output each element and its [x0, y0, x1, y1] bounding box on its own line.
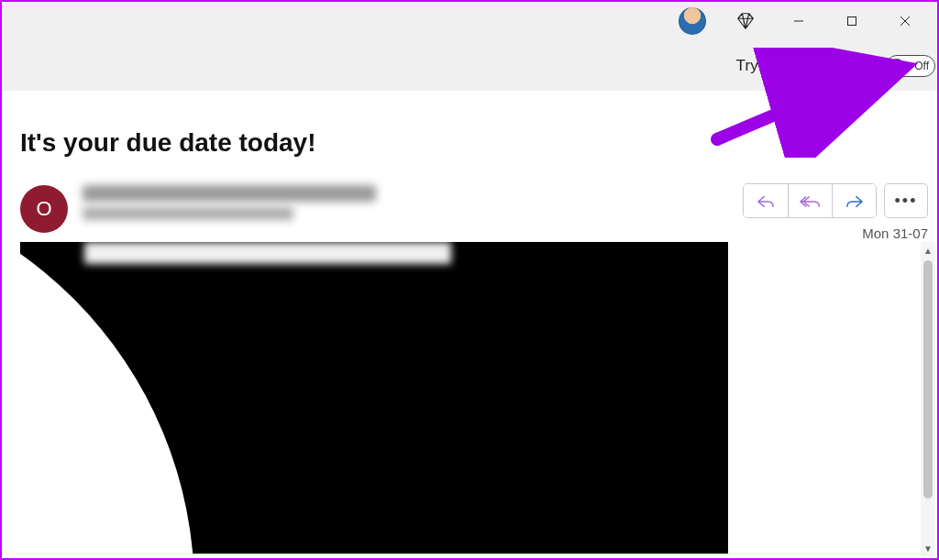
email-timestamp: Mon 31-07	[862, 225, 928, 241]
ellipsis-icon: •••	[895, 192, 918, 211]
reply-all-icon	[800, 193, 822, 210]
sender-name-redacted	[83, 185, 376, 202]
toggle-knob	[889, 59, 904, 73]
scroll-down-button[interactable]: ▼	[921, 540, 935, 556]
avatar-image	[679, 7, 706, 35]
try-new-outlook-bar: Try the new Outlook Off	[2, 40, 937, 92]
forward-button[interactable]	[832, 184, 876, 218]
scroll-up-button[interactable]: ▲	[921, 242, 935, 258]
email-body	[20, 242, 728, 554]
close-button[interactable]	[878, 3, 932, 39]
reply-forward-group	[743, 183, 877, 218]
forward-icon	[845, 193, 865, 210]
email-subject: It's your due date today!	[20, 128, 937, 158]
message-actions: ••• Mon 31-07	[743, 183, 928, 241]
recipient-redacted	[83, 207, 293, 220]
maximize-button[interactable]	[825, 3, 878, 39]
reply-button[interactable]	[744, 184, 788, 218]
more-actions-button[interactable]: •••	[884, 183, 928, 218]
sender-avatar[interactable]: O	[20, 185, 68, 233]
vertical-scrollbar[interactable]: ▲ ▼	[921, 242, 935, 556]
account-avatar[interactable]	[666, 3, 719, 39]
scroll-thumb[interactable]	[923, 260, 933, 499]
reply-icon	[756, 193, 776, 210]
sender-initial: O	[36, 197, 51, 221]
email-header: O	[20, 183, 928, 241]
svg-rect-1	[848, 17, 856, 26]
toggle-state-label: Off	[914, 60, 929, 72]
premium-icon[interactable]	[719, 3, 772, 39]
sender-info	[83, 183, 743, 220]
minimize-button[interactable]	[772, 3, 825, 39]
try-new-outlook-label: Try the new Outlook	[736, 57, 877, 75]
reply-all-button[interactable]	[788, 184, 832, 218]
titlebar	[2, 2, 937, 40]
try-new-outlook-toggle[interactable]: Off	[886, 55, 935, 77]
body-top-redacted	[84, 242, 451, 264]
